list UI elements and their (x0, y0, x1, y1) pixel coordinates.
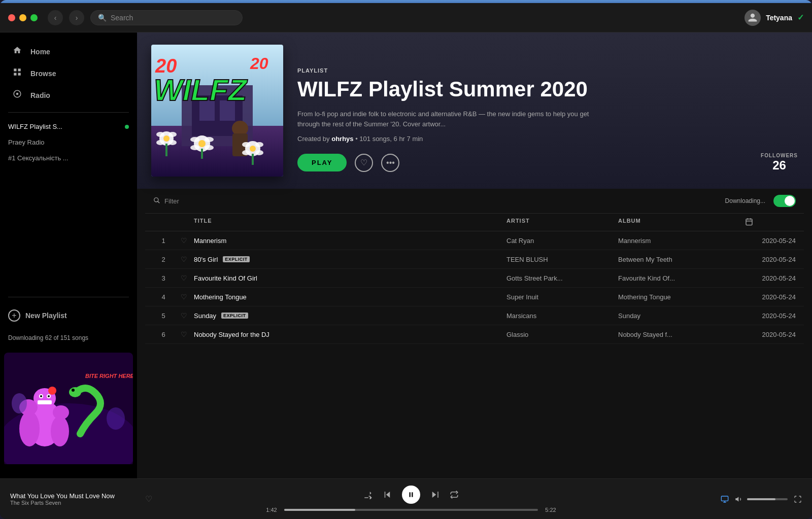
shuffle-button[interactable] (363, 490, 373, 499)
track-heart-1[interactable]: ♡ (174, 236, 194, 245)
sidebar-item-radio[interactable]: Radio (4, 84, 133, 106)
browse-label: Browse (30, 70, 56, 78)
svg-rect-61 (412, 492, 413, 497)
player-bar: What You Love You Must Love Now The Six … (0, 478, 812, 519)
forward-button[interactable]: › (69, 10, 84, 25)
track-title-5: Sunday (194, 312, 216, 320)
tracks-table-header: TITLE ARTIST ALBUM (145, 214, 804, 231)
volume-icon[interactable] (735, 495, 743, 503)
browse-icon (12, 67, 22, 79)
like-current-track-button[interactable]: ♡ (145, 494, 152, 504)
total-time: 5:22 (543, 507, 558, 513)
track-title-wrap-4: Mothering Tongue (194, 293, 506, 301)
svg-text:20: 20 (250, 54, 268, 73)
table-row[interactable]: 1 ♡ Mannerism Cat Ryan Mannerism 2020-05… (145, 231, 804, 250)
track-album-6: Nobody Stayed f... (618, 331, 745, 338)
track-heart-2[interactable]: ♡ (174, 255, 194, 263)
track-date-6: 2020-05-24 (745, 331, 796, 338)
volume-track[interactable] (747, 498, 788, 500)
track-heart-6[interactable]: ♡ (174, 330, 194, 338)
sidebar-item-browse[interactable]: Browse (4, 62, 133, 84)
toggle-knob (785, 196, 795, 206)
playlist-list: WILFZ Playlist S... Praey Radio #1 Сексу… (0, 119, 137, 291)
playlist-header: 20 20 WILFZ (137, 32, 812, 189)
play-pause-button[interactable] (402, 486, 420, 504)
search-input[interactable] (111, 14, 235, 22)
svg-rect-3 (18, 73, 21, 76)
downloading-label: Downloading... (725, 197, 765, 204)
playlist-label-wilfz: WILFZ Playlist S... (8, 123, 62, 130)
verified-icon: ✓ (797, 13, 804, 22)
player-extras (670, 495, 802, 503)
favorite-button[interactable]: ♡ (355, 154, 373, 172)
nav-items: Home Browse Radio (0, 41, 137, 106)
table-row[interactable]: 3 ♡ Favourite Kind Of Girl Gotts Street … (145, 269, 804, 288)
new-playlist-button[interactable]: + New Playlist (0, 303, 137, 328)
minimize-window-button[interactable] (19, 14, 26, 21)
svg-point-40 (168, 140, 177, 145)
track-list-container: Downloading... TITLE ARTIST ALBUM (137, 189, 812, 344)
sidebar-item-home[interactable]: Home (4, 41, 133, 62)
svg-point-39 (156, 140, 164, 145)
more-options-button[interactable]: ••• (381, 154, 399, 172)
playlist-creator-link[interactable]: ohrhys (331, 135, 353, 143)
track-title-6: Nobody Stayed for the DJ (194, 331, 269, 338)
track-heart-5[interactable]: ♡ (174, 312, 194, 320)
track-title-2: 80's Girl (194, 256, 218, 263)
user-icon (745, 10, 761, 26)
followers-label: FOLLOWERS (761, 153, 798, 158)
table-row[interactable]: 4 ♡ Mothering Tongue Super Inuit Motheri… (145, 288, 804, 306)
table-row[interactable]: 6 ♡ Nobody Stayed for the DJ Glassio Nob… (145, 325, 804, 344)
playlist-item-praey[interactable]: Praey Radio (8, 134, 129, 150)
devices-button[interactable] (721, 495, 729, 503)
svg-point-38 (168, 132, 177, 137)
svg-point-52 (255, 142, 263, 147)
radio-label: Radio (30, 91, 50, 99)
track-number: 3 (153, 274, 174, 282)
current-time: 1:42 (264, 507, 279, 513)
track-heart-4[interactable]: ♡ (174, 293, 194, 301)
track-heart-3[interactable]: ♡ (174, 274, 194, 282)
track-date-1: 2020-05-24 (745, 237, 796, 245)
now-playing-text: What You Love You Must Love Now The Six … (10, 492, 135, 506)
playlist-item-seks[interactable]: #1 Сексуальність ... (8, 150, 129, 166)
download-toggle[interactable] (773, 195, 796, 207)
explicit-badge-5: EXPLICIT (221, 313, 248, 319)
svg-point-18 (69, 387, 81, 397)
table-row[interactable]: 2 ♡ 80's Girl EXPLICIT TEEN BLUSH Betwee… (145, 250, 804, 269)
svg-point-45 (205, 137, 214, 142)
progress-fill (284, 509, 355, 511)
now-playing-title: What You Love You Must Love Now (10, 492, 135, 500)
playlist-item-wilfz[interactable]: WILFZ Playlist S... (8, 119, 129, 134)
track-date-4: 2020-05-24 (745, 293, 796, 301)
svg-point-53 (242, 150, 250, 155)
track-title-wrap-5: Sunday EXPLICIT (194, 312, 506, 320)
next-track-button[interactable] (430, 490, 439, 499)
track-date-3: 2020-05-24 (745, 274, 796, 282)
home-label: Home (30, 48, 50, 56)
play-button[interactable]: PLAY (297, 154, 347, 171)
user-area[interactable]: Tetyana ✓ (745, 10, 804, 26)
followers-count: 26 (761, 158, 798, 172)
svg-point-19 (72, 389, 75, 392)
playlist-label-seks: #1 Сексуальність ... (8, 154, 69, 162)
playlist-label-praey: Praey Radio (8, 139, 45, 146)
back-button[interactable]: ‹ (48, 10, 63, 25)
track-title-4: Mothering Tongue (194, 293, 247, 301)
filter-input[interactable] (164, 197, 250, 205)
table-row[interactable]: 5 ♡ Sunday EXPLICIT Marsicans Sunday 202… (145, 306, 804, 325)
track-artist-6: Glassio (506, 331, 618, 338)
maximize-window-button[interactable] (30, 14, 38, 21)
queue-button[interactable] (706, 495, 715, 503)
repeat-button[interactable] (450, 490, 459, 499)
svg-point-51 (242, 142, 250, 147)
now-playing-mini-art[interactable]: BITE RIGHT HERE (4, 353, 133, 466)
previous-track-button[interactable] (383, 490, 392, 499)
close-window-button[interactable] (8, 14, 15, 21)
track-number: 1 (153, 237, 174, 245)
progress-track[interactable] (284, 509, 538, 511)
svg-rect-1 (18, 68, 21, 71)
fullscreen-button[interactable] (794, 495, 802, 503)
home-icon (12, 46, 22, 57)
progress-bar[interactable]: 1:42 5:22 (264, 507, 558, 513)
